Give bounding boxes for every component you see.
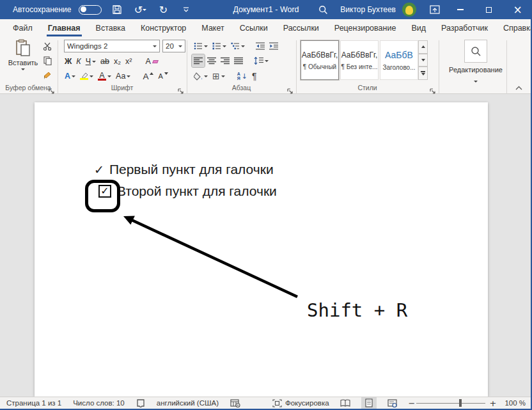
document-page[interactable]: ✓ Первый пункт для галочки ✓ Второй пунк… bbox=[35, 102, 488, 397]
bullets-button[interactable] bbox=[192, 40, 210, 52]
tab-home[interactable]: Главная bbox=[40, 19, 88, 36]
web-layout-icon bbox=[387, 399, 397, 407]
zoom-slider-handle[interactable] bbox=[459, 399, 462, 407]
close-button[interactable]: × bbox=[503, 0, 532, 19]
autosave-toggle[interactable] bbox=[79, 5, 102, 15]
tab-design[interactable]: Конструктор bbox=[133, 19, 194, 36]
minimize-button[interactable] bbox=[446, 0, 474, 19]
ribbon-display-options-icon[interactable] bbox=[424, 0, 446, 19]
decrease-indent-button[interactable] bbox=[254, 40, 267, 52]
focus-mode-button[interactable]: Фокусировка bbox=[272, 399, 329, 407]
check-bullet-icon: ✓ bbox=[94, 162, 104, 177]
language-indicator[interactable]: английский (США) bbox=[157, 399, 219, 407]
maximize-button[interactable] bbox=[474, 0, 503, 19]
show-formatting-button[interactable]: ¶ bbox=[250, 70, 259, 83]
highlight-color-button[interactable] bbox=[78, 70, 95, 83]
change-case-button[interactable]: Аа bbox=[114, 70, 132, 83]
page-indicator[interactable]: Страница 1 из 1 bbox=[6, 399, 61, 407]
style-no-spacing[interactable]: АаБбВвГг, ¶ Без инте... bbox=[340, 40, 379, 80]
tab-review[interactable]: Рецензирование bbox=[327, 19, 404, 36]
find-button[interactable] bbox=[464, 40, 487, 63]
zoom-slider[interactable] bbox=[416, 397, 485, 409]
paste-button[interactable]: Вставить bbox=[8, 39, 38, 81]
borders-button[interactable]: ⊞ bbox=[210, 70, 227, 83]
list-item[interactable]: ✓ Второй пункт для галочки bbox=[98, 184, 277, 199]
proofing-status-icon[interactable] bbox=[136, 398, 145, 407]
chevron-down-icon bbox=[204, 75, 208, 77]
format-painter-button[interactable] bbox=[40, 69, 55, 82]
align-left-icon bbox=[194, 57, 203, 65]
strikethrough-button[interactable]: ab bbox=[98, 55, 111, 68]
paragraph-dialog-launcher[interactable] bbox=[287, 85, 293, 91]
tab-help[interactable]: Справка bbox=[496, 19, 532, 36]
superscript-button[interactable]: x² bbox=[123, 55, 134, 68]
styles-gallery-scroll bbox=[418, 40, 428, 80]
bold-button[interactable]: Ж bbox=[63, 55, 74, 68]
shading-button[interactable] bbox=[192, 70, 210, 83]
highlighter-icon bbox=[80, 72, 88, 80]
customize-qat-button[interactable] bbox=[178, 2, 194, 17]
tab-view[interactable]: Вид bbox=[403, 19, 434, 36]
chevron-down-icon[interactable] bbox=[474, 81, 478, 83]
decrease-indent-icon bbox=[256, 42, 265, 50]
font-color-button[interactable]: А bbox=[96, 70, 113, 83]
tab-developer[interactable]: Разработчик bbox=[434, 19, 496, 36]
undo-button[interactable]: ↺ bbox=[132, 2, 148, 17]
numbering-button[interactable] bbox=[210, 40, 228, 52]
increase-indent-button[interactable] bbox=[267, 40, 280, 52]
styles-scroll-up[interactable] bbox=[418, 40, 428, 54]
shrink-font-button[interactable]: А bbox=[156, 70, 169, 83]
annotation-arrow bbox=[35, 102, 488, 397]
tab-layout[interactable]: Макет bbox=[194, 19, 231, 36]
bullet-list-icon bbox=[194, 42, 203, 50]
redo-button[interactable]: ↻ bbox=[155, 2, 171, 17]
justify-button[interactable] bbox=[232, 54, 245, 67]
line-spacing-button[interactable] bbox=[252, 54, 270, 67]
avatar[interactable] bbox=[402, 3, 416, 17]
document-area: ✓ Первый пункт для галочки ✓ Второй пунк… bbox=[0, 94, 532, 397]
tab-references[interactable]: Ссылки bbox=[232, 19, 276, 36]
align-right-button[interactable] bbox=[219, 54, 231, 67]
zoom-level[interactable]: 100 % bbox=[505, 399, 526, 407]
copy-button[interactable] bbox=[40, 54, 55, 67]
justify-icon bbox=[234, 57, 243, 65]
web-layout-button[interactable] bbox=[385, 397, 400, 409]
font-size-combobox[interactable]: 20 bbox=[162, 40, 185, 52]
font-name-combobox[interactable]: Wingdings 2 bbox=[64, 40, 160, 52]
tab-mailings[interactable]: Рассылки bbox=[276, 19, 327, 36]
zoom-out-button[interactable]: − bbox=[409, 398, 416, 408]
clear-formatting-button[interactable]: А bbox=[143, 55, 159, 68]
word-count[interactable]: Число слов: 10 bbox=[73, 399, 125, 407]
grow-font-button[interactable]: А bbox=[141, 70, 155, 83]
italic-button[interactable]: К bbox=[74, 55, 82, 68]
sort-button[interactable]: АЯ ↓ bbox=[235, 70, 249, 83]
multilevel-list-button[interactable] bbox=[229, 40, 247, 52]
style-heading1[interactable]: АаБбВ Заголово... bbox=[380, 40, 418, 80]
save-icon[interactable] bbox=[109, 2, 125, 17]
list-item[interactable]: ✓ Первый пункт для галочки bbox=[94, 162, 274, 177]
macro-record-icon[interactable] bbox=[230, 399, 240, 407]
style-normal[interactable]: АаБбВвГг, ¶ Обычный bbox=[301, 40, 339, 80]
read-mode-button[interactable] bbox=[338, 397, 353, 409]
user-name[interactable]: Виктор Бухтеев bbox=[334, 0, 402, 19]
cut-button[interactable] bbox=[40, 40, 55, 52]
tab-file[interactable]: Файл bbox=[5, 19, 40, 36]
subscript-button[interactable]: x₂ bbox=[112, 55, 123, 68]
zoom-in-button[interactable]: + bbox=[489, 398, 496, 408]
styles-scroll-down[interactable] bbox=[418, 54, 428, 67]
print-layout-button[interactable] bbox=[361, 397, 377, 409]
styles-gallery-more[interactable] bbox=[418, 67, 428, 80]
chevron-down-icon bbox=[204, 45, 208, 47]
status-bar: Страница 1 из 1 Число слов: 10 английски… bbox=[0, 397, 532, 410]
align-left-button[interactable] bbox=[192, 54, 205, 67]
align-center-button[interactable] bbox=[205, 54, 218, 67]
collapse-ribbon-button[interactable] bbox=[515, 81, 522, 93]
search-icon[interactable] bbox=[312, 0, 334, 19]
text-effects-button[interactable]: А bbox=[63, 70, 77, 83]
styles-dialog-launcher[interactable] bbox=[430, 85, 436, 91]
chevron-down-icon bbox=[221, 75, 225, 77]
underline-button[interactable]: Ч bbox=[84, 55, 98, 68]
tab-insert[interactable]: Вставка bbox=[88, 19, 133, 36]
clipboard-dialog-launcher[interactable] bbox=[49, 85, 55, 91]
font-dialog-launcher[interactable] bbox=[178, 85, 184, 91]
